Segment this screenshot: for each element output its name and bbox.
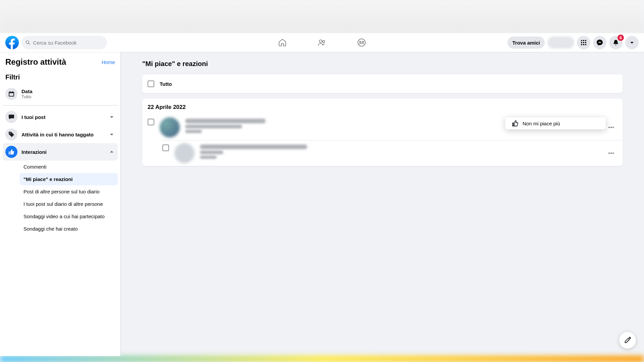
svg-point-2	[323, 41, 325, 43]
caret-down-icon	[629, 39, 635, 46]
select-all-label: Tutto	[160, 81, 172, 87]
tag-icon	[5, 128, 17, 140]
home-icon	[278, 38, 287, 47]
svg-point-5	[362, 41, 364, 43]
svg-point-21	[612, 127, 614, 128]
activity-content-blurred	[200, 143, 605, 160]
nav-friends[interactable]	[304, 33, 340, 52]
home-link[interactable]: Home	[102, 59, 115, 65]
row-more-button[interactable]	[605, 121, 617, 133]
sub-comments[interactable]: Commenti	[19, 161, 118, 173]
sidebar: Registro attività Home Filtri Data Tutto…	[0, 52, 121, 356]
search-input[interactable]	[33, 40, 103, 46]
filter-interactions[interactable]: Interazioni	[3, 143, 118, 161]
page-heading: "Mi piace" e reazioni	[142, 60, 623, 68]
account-button[interactable]	[625, 36, 639, 49]
svg-point-7	[583, 40, 584, 41]
select-all-card: Tutto	[142, 74, 623, 93]
filter-tagged[interactable]: Attività in cui ti hanno taggato	[3, 126, 118, 143]
groups-icon	[357, 38, 366, 47]
row-checkbox[interactable]	[148, 119, 154, 125]
svg-point-13	[583, 44, 584, 45]
header-right: Trova amici 6	[507, 36, 639, 49]
calendar-icon	[5, 88, 17, 100]
top-nav: Trova amici 6	[0, 33, 644, 52]
svg-point-24	[612, 153, 614, 154]
avatar[interactable]	[160, 117, 180, 137]
row-checkbox[interactable]	[162, 144, 169, 151]
messenger-button[interactable]	[593, 36, 606, 49]
more-icon	[608, 150, 614, 157]
nav-home[interactable]	[264, 33, 301, 52]
svg-rect-16	[10, 91, 10, 93]
sub-polls-created[interactable]: Sondaggi che hai creato	[19, 223, 118, 235]
sub-your-posts-others[interactable]: I tuoi post sul diario di altre persone	[19, 198, 118, 210]
svg-point-23	[610, 153, 612, 154]
search-bar[interactable]	[21, 36, 107, 49]
svg-point-1	[319, 40, 322, 43]
filter-label: Attività in cui ti hanno taggato	[21, 132, 108, 137]
svg-point-12	[581, 44, 582, 45]
filter-date-value: Tutto	[21, 94, 115, 99]
svg-point-4	[360, 41, 361, 43]
grid-icon	[580, 39, 587, 46]
chevron-down-icon	[108, 114, 115, 120]
svg-point-9	[581, 42, 582, 43]
filter-label: Interazioni	[21, 149, 108, 155]
svg-point-20	[610, 127, 612, 128]
unlike-label: Non mi piace più	[523, 121, 560, 126]
filter-your-posts[interactable]: I tuoi post	[3, 108, 118, 126]
menu-button[interactable]	[577, 36, 590, 49]
facebook-logo[interactable]	[5, 36, 19, 49]
filter-date-label: Data	[21, 88, 115, 94]
row-more-button[interactable]	[605, 147, 617, 159]
profile-pill-blurred[interactable]	[547, 37, 574, 49]
sidebar-title: Registro attività	[5, 57, 66, 67]
thumbs-up-icon	[512, 120, 519, 127]
sub-others-posts[interactable]: Post di altre persone sul tuo diario	[19, 185, 118, 198]
browser-chrome-blur	[0, 0, 644, 33]
main-content: "Mi piace" e reazioni Tutto 22 Aprile 20…	[121, 52, 644, 356]
chevron-down-icon	[108, 131, 115, 138]
nav-groups[interactable]	[343, 33, 380, 52]
filter-date[interactable]: Data Tutto	[3, 85, 118, 103]
nav-tabs	[264, 33, 380, 52]
activity-row: Non mi piace più	[142, 115, 623, 140]
friends-icon	[317, 38, 327, 47]
sidebar-header: Registro attività Home	[3, 57, 118, 71]
avatar[interactable]	[174, 143, 195, 163]
edit-icon	[624, 337, 631, 344]
comment-icon	[5, 111, 17, 123]
messenger-icon	[596, 39, 603, 46]
select-all-checkbox[interactable]	[148, 80, 154, 87]
svg-point-18	[10, 133, 11, 134]
divider	[3, 105, 118, 106]
notifications-button[interactable]: 6	[609, 36, 623, 49]
sub-video-polls[interactable]: Sondaggi video a cui hai partecipato	[19, 210, 118, 223]
svg-rect-17	[12, 91, 13, 93]
like-icon	[5, 146, 17, 158]
svg-point-14	[585, 44, 586, 45]
filters-heading: Filtri	[3, 71, 118, 85]
taskbar-blur	[0, 356, 644, 362]
svg-point-19	[608, 127, 610, 128]
svg-point-11	[585, 42, 586, 43]
interactions-sublist: Commenti "Mi piace" e reazioni Post di a…	[3, 161, 118, 235]
find-friends-button[interactable]: Trova amici	[507, 37, 545, 49]
chevron-up-icon	[108, 148, 115, 155]
activity-group: 22 Aprile 2022 Non mi piace più	[142, 99, 623, 166]
search-icon	[25, 40, 30, 45]
notification-badge: 6	[618, 35, 624, 41]
svg-point-10	[583, 42, 584, 43]
filter-label: I tuoi post	[21, 114, 108, 120]
sub-likes-reactions[interactable]: "Mi piace" e reazioni	[19, 173, 118, 185]
compose-fab[interactable]	[619, 332, 636, 349]
date-header: 22 Aprile 2022	[142, 99, 623, 115]
svg-point-22	[608, 153, 610, 154]
svg-point-3	[358, 39, 365, 46]
svg-point-8	[585, 40, 586, 41]
unlike-popover[interactable]: Non mi piace più	[505, 117, 606, 129]
activity-row	[162, 140, 623, 166]
bell-icon	[612, 39, 619, 46]
more-icon	[608, 124, 614, 131]
